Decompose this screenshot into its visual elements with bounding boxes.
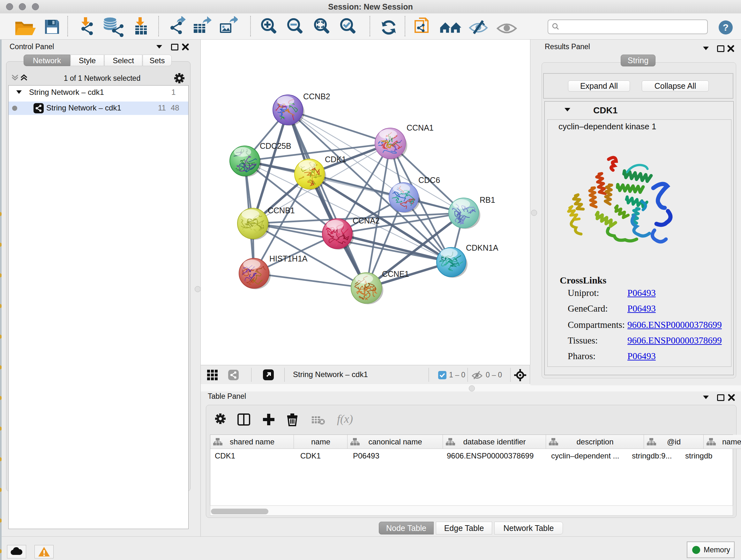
- svg-text:?: ?: [723, 22, 729, 33]
- svg-text:CCNB2: CCNB2: [303, 92, 330, 101]
- svg-text:CCNA2: CCNA2: [353, 216, 380, 225]
- svg-text:CCNA1: CCNA1: [407, 123, 434, 132]
- svg-text:HIST1H1A: HIST1H1A: [269, 254, 308, 263]
- svg-text:CDK1: CDK1: [325, 155, 346, 164]
- svg-text:RB1: RB1: [480, 195, 495, 204]
- svg-text:CCNB1: CCNB1: [268, 206, 295, 215]
- svg-text:CCNE1: CCNE1: [382, 269, 409, 278]
- svg-text:CDC25B: CDC25B: [260, 141, 291, 150]
- svg-text:CDKN1A: CDKN1A: [466, 243, 498, 252]
- svg-text:CDC6: CDC6: [418, 176, 440, 185]
